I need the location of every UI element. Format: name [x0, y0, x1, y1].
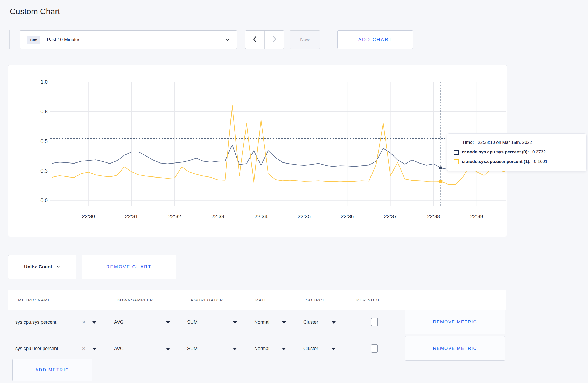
- remove-chart-button[interactable]: REMOVE CHART: [82, 255, 176, 279]
- add-chart-button[interactable]: ADD CHART: [337, 30, 413, 49]
- column-header-rate: RATE: [255, 297, 268, 302]
- aggregator-select[interactable]: SUM: [187, 346, 198, 351]
- x-tick-label: 22:37: [384, 214, 397, 219]
- series-line: [52, 105, 506, 184]
- y-tick-label: 0.5: [40, 138, 48, 144]
- tooltip-series-row: cr.node.sys.cpu.user.percent (1): 0.1601: [454, 159, 580, 164]
- toolbar-divider: [9, 30, 10, 49]
- x-tick-label: 22:36: [341, 214, 354, 219]
- rate-select[interactable]: Normal: [254, 319, 269, 325]
- tooltip-series-name: cr.node.sys.cpu.user.percent (1):: [462, 159, 530, 164]
- column-header-metric-name: METRIC NAME: [18, 297, 51, 302]
- x-tick-label: 22:34: [255, 214, 268, 219]
- metric-name-select[interactable]: sys.cpu.user.percent: [15, 346, 58, 351]
- x-tick-label: 22:32: [168, 214, 181, 219]
- chevron-down-icon: [56, 265, 60, 270]
- custom-chart-page: Custom Chart 10m Past 10 Minutes Now ADD…: [0, 0, 588, 383]
- time-window-select[interactable]: 10m Past 10 Minutes: [20, 30, 237, 49]
- next-time-button[interactable]: [265, 31, 284, 49]
- y-tick-label: 0.0: [40, 197, 48, 203]
- time-window-badge: 10m: [27, 36, 40, 44]
- metric-name-select[interactable]: sys.cpu.sys.percent: [15, 319, 56, 325]
- y-tick-label: 1.0: [40, 79, 48, 85]
- clear-metric-icon[interactable]: ×: [82, 319, 86, 325]
- aggregator-select[interactable]: SUM: [187, 319, 198, 325]
- units-select[interactable]: Units: Count: [8, 255, 76, 279]
- x-tick-label: 22:39: [470, 214, 483, 219]
- caret-down-icon[interactable]: [233, 348, 237, 350]
- caret-down-icon[interactable]: [166, 348, 170, 350]
- column-header-source: SOURCE: [306, 297, 326, 302]
- column-header-aggregator: AGGREGATOR: [191, 297, 223, 302]
- hover-point: [439, 180, 442, 183]
- source-select[interactable]: Cluster: [303, 319, 318, 325]
- time-window-label: Past 10 Minutes: [47, 37, 80, 42]
- caret-down-icon[interactable]: [332, 321, 336, 324]
- page-title: Custom Chart: [10, 7, 60, 16]
- chevron-right-icon: [271, 36, 277, 44]
- source-select[interactable]: Cluster: [303, 346, 318, 351]
- tooltip-series-value: 0.2732: [532, 150, 546, 155]
- x-tick-label: 22:35: [298, 214, 311, 219]
- table-row: sys.cpu.user.percent × AVG SUM Normal Cl…: [8, 336, 506, 361]
- caret-down-icon[interactable]: [282, 348, 286, 350]
- caret-down-icon[interactable]: [282, 321, 286, 324]
- time-nav-arrows: [245, 30, 284, 49]
- chart-panel: 1.00.80.50.30.022:3022:3122:3222:3322:34…: [8, 65, 507, 237]
- clear-metric-icon[interactable]: ×: [82, 345, 86, 352]
- tooltip-time-label: Time:: [462, 140, 474, 145]
- caret-down-icon[interactable]: [166, 321, 170, 324]
- downsampler-select[interactable]: AVG: [114, 319, 124, 325]
- y-tick-label: 0.3: [40, 168, 48, 174]
- hover-point: [439, 166, 442, 169]
- x-tick-label: 22:30: [82, 214, 95, 219]
- tooltip-series-name: cr.node.sys.cpu.sys.percent (0):: [462, 150, 529, 155]
- chart-tooltip: Time: 22:38:10 on Mar 15th, 2022 cr.node…: [447, 133, 587, 171]
- x-tick-label: 22:31: [125, 214, 138, 219]
- tooltip-time-row: Time: 22:38:10 on Mar 15th, 2022: [454, 140, 580, 145]
- caret-down-icon[interactable]: [92, 321, 96, 324]
- remove-metric-button[interactable]: REMOVE METRIC: [405, 336, 505, 361]
- tooltip-time-value: 22:38:10 on Mar 15th, 2022: [478, 140, 532, 145]
- units-label: Units: Count: [24, 264, 52, 270]
- table-row: sys.cpu.sys.percent × AVG SUM Normal Clu…: [8, 310, 506, 334]
- y-tick-label: 0.8: [40, 109, 48, 114]
- rate-select[interactable]: Normal: [254, 346, 269, 351]
- caret-down-icon[interactable]: [332, 348, 336, 350]
- now-button[interactable]: Now: [290, 30, 320, 49]
- prev-time-button[interactable]: [245, 31, 264, 49]
- add-metric-button[interactable]: ADD METRIC: [12, 359, 92, 381]
- downsampler-select[interactable]: AVG: [114, 346, 124, 351]
- x-tick-label: 22:33: [211, 214, 224, 219]
- sys-series-swatch-icon: [454, 150, 459, 155]
- per-node-checkbox[interactable]: [371, 344, 378, 353]
- tooltip-series-value: 0.1601: [534, 159, 547, 164]
- caret-down-icon[interactable]: [92, 348, 96, 350]
- chevron-left-icon: [252, 36, 258, 44]
- x-tick-label: 22:38: [427, 214, 440, 219]
- series-line: [52, 145, 506, 169]
- per-node-checkbox[interactable]: [371, 318, 378, 326]
- column-header-downsampler: DOWNSAMPLER: [117, 297, 153, 302]
- metrics-table-header: METRIC NAME DOWNSAMPLER AGGREGATOR RATE …: [8, 290, 506, 310]
- caret-down-icon[interactable]: [233, 321, 237, 324]
- chevron-down-icon: [225, 37, 230, 42]
- chart-canvas[interactable]: 1.00.80.50.30.022:3022:3122:3222:3322:34…: [8, 65, 507, 237]
- user-series-swatch-icon: [454, 159, 459, 164]
- tooltip-series-row: cr.node.sys.cpu.sys.percent (0): 0.2732: [454, 150, 580, 155]
- remove-metric-button[interactable]: REMOVE METRIC: [405, 310, 505, 334]
- column-header-per-node: PER NODE: [356, 297, 381, 302]
